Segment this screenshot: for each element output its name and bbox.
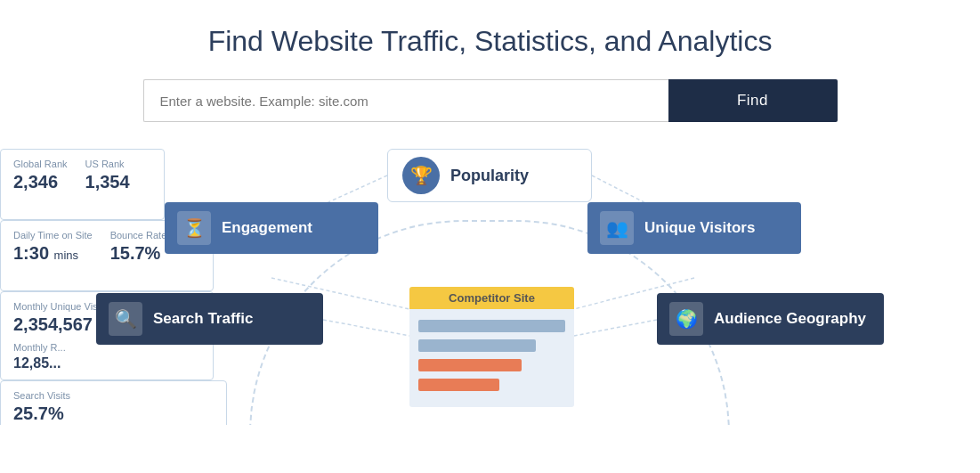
competitor-site: Competitor Site: [409, 287, 574, 416]
search-traffic-icon: 🔍: [109, 302, 142, 336]
unique-visitors-card: 👥 Unique Visitors: [587, 202, 801, 254]
audience-geography-icon: 🌍: [669, 302, 703, 336]
competitor-label: Competitor Site: [409, 287, 574, 309]
audience-geography-title: Audience Geography: [714, 310, 866, 328]
unique-visitors-title: Unique Visitors: [644, 219, 755, 237]
search-traffic-stats: Search Visits 25.7%: [0, 380, 227, 425]
engagement-icon: ⏳: [177, 211, 211, 245]
bounce-rate-value: 15.7%: [110, 243, 167, 264]
audience-geography-card: 🌍 Audience Geography: [657, 293, 884, 345]
global-rank-label: Global Rank: [13, 159, 68, 169]
search-traffic-title: Search Traffic: [153, 310, 253, 328]
daily-time-label: Daily Time on Site: [13, 230, 93, 241]
engagement-card: ⏳ Engagement: [165, 202, 378, 254]
search-visits-label: Search Visits: [13, 390, 214, 401]
search-bar: Find: [143, 79, 838, 122]
diagram-area: 🏆 Popularity Global Rank 2,346 US Rank 1…: [0, 149, 980, 425]
popularity-stats: Global Rank 2,346 US Rank 1,354: [0, 149, 165, 220]
competitor-bar-4: [418, 379, 499, 391]
page-title: Find Website Traffic, Statistics, and An…: [0, 25, 980, 58]
svg-line-6: [323, 320, 409, 336]
monthly-other-value: 12,85...: [13, 355, 200, 371]
engagement-title: Engagement: [222, 219, 312, 237]
unique-visitors-icon: 👥: [600, 211, 634, 245]
search-traffic-card: 🔍 Search Traffic: [96, 293, 323, 345]
svg-line-7: [574, 320, 657, 336]
popularity-title: Popularity: [450, 167, 529, 185]
find-button[interactable]: Find: [668, 79, 838, 122]
competitor-bar-1: [418, 320, 565, 332]
bounce-rate-label: Bounce Rate: [110, 230, 167, 241]
competitor-bar-3: [418, 359, 522, 371]
competitor-bar-2: [418, 339, 536, 352]
daily-time-value: 1:30 mins: [13, 243, 93, 264]
search-visits-value: 25.7%: [13, 404, 214, 424]
us-rank-value: 1,354: [85, 172, 130, 192]
us-rank-label: US Rank: [85, 159, 130, 169]
search-input[interactable]: [143, 79, 668, 122]
popularity-card: 🏆 Popularity: [387, 149, 592, 202]
popularity-icon: 🏆: [402, 157, 440, 194]
global-rank-value: 2,346: [13, 172, 68, 192]
competitor-body: [409, 309, 574, 407]
